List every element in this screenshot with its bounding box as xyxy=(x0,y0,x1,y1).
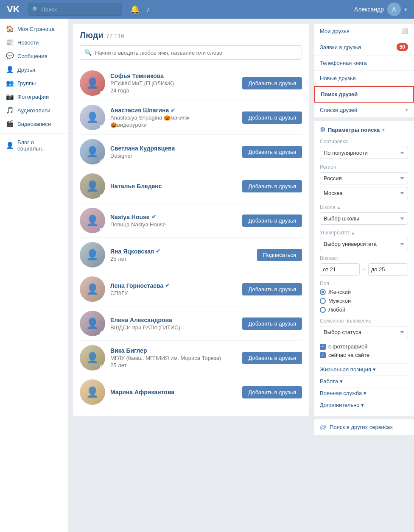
right-menu-new-friends[interactable]: Новые друзья xyxy=(314,71,414,86)
right-menu-friend-lists[interactable]: Списки друзей ▾ xyxy=(314,103,414,117)
person-name[interactable]: Наталья Бледанс xyxy=(110,183,237,189)
person-name[interactable]: Елена Александрова xyxy=(110,317,237,323)
person-avatar[interactable]: 👤 xyxy=(80,311,105,336)
gender-female-label: Женский xyxy=(328,289,351,295)
people-panel: Люди 77 116 🔍 👤Софья ТемниковаРГУФКСМиТ … xyxy=(73,24,309,416)
person-avatar[interactable]: 👤 xyxy=(80,139,105,164)
right-menu-friend-requests[interactable]: Заявки в друзья 50 xyxy=(314,39,414,56)
add-friend-button[interactable]: Добавить в друзья xyxy=(242,386,302,398)
age-section: Возраст от 21 – до 25 xyxy=(320,255,408,276)
search-bar[interactable]: 🔍 xyxy=(28,3,122,16)
mobile-indicator xyxy=(100,125,104,129)
search-input[interactable] xyxy=(42,6,118,13)
person-name[interactable]: Nastya House✔ xyxy=(110,214,237,220)
person-avatar[interactable]: 👤 xyxy=(80,379,105,405)
gender-any[interactable]: Любой xyxy=(320,306,408,313)
add-friend-button[interactable]: Добавить в друзья xyxy=(242,77,302,89)
online-indicator xyxy=(100,331,104,335)
person-name[interactable]: Марина Африкантова xyxy=(110,389,237,396)
video-icon: 🎬 xyxy=(6,120,14,128)
notification-icon[interactable]: 🔔 xyxy=(130,5,140,14)
people-search-bar[interactable]: 🔍 xyxy=(80,45,302,60)
right-menu-find-friends[interactable]: Поиск друзей xyxy=(314,86,414,103)
subscribe-button[interactable]: Подписаться xyxy=(257,249,302,261)
age-from-select[interactable]: от 21 xyxy=(320,263,360,276)
user-dropdown-icon[interactable]: ▾ xyxy=(404,6,407,13)
sidebar-item-friends[interactable]: 👤 Друзья xyxy=(0,63,68,76)
gender-male[interactable]: Мужской xyxy=(320,298,408,304)
sidebar-item-messages[interactable]: 💬 Сообщения xyxy=(0,49,68,63)
params-header[interactable]: ⚙ Параметры поиска ▾ xyxy=(320,126,408,134)
person-info: Nastya House✔Певица Nastya House xyxy=(110,214,237,228)
people-header: Люди 77 116 xyxy=(80,31,302,40)
gender-male-radio xyxy=(320,298,326,304)
person-avatar[interactable]: 👤 xyxy=(80,173,105,199)
person-name[interactable]: Анастасия Шпагина✔ xyxy=(110,107,237,114)
person-info: Лена Горностаева✔СПбГУ xyxy=(110,282,237,296)
sidebar-item-news[interactable]: 📰 Новости xyxy=(0,36,68,49)
gender-any-label: Любой xyxy=(328,306,345,313)
person-row: 👤Яна Яцковская✔25 летПодписаться xyxy=(80,237,302,272)
person-avatar[interactable]: 👤 xyxy=(80,276,105,302)
school-section: Школа ▲ Выбор школы xyxy=(320,204,408,225)
add-friend-button[interactable]: Добавить в друзья xyxy=(242,180,302,192)
gender-female[interactable]: Женский xyxy=(320,289,408,295)
sidebar-item-groups[interactable]: 👥 Группы xyxy=(0,76,68,90)
sidebar-item-video[interactable]: 🎬 Видеозаписи xyxy=(0,117,68,131)
person-info: Яна Яцковская✔25 лет xyxy=(110,248,252,262)
add-friend-button[interactable]: Добавить в друзья xyxy=(242,283,302,295)
people-search-input[interactable] xyxy=(95,50,297,56)
header-icons: 🔔 ♪ xyxy=(130,5,150,14)
music-icon[interactable]: ♪ xyxy=(146,5,150,14)
person-name[interactable]: Светлана Кудрявцева xyxy=(110,145,237,152)
with-photo-checkbox[interactable]: с фотографией xyxy=(320,343,408,350)
header-user[interactable]: Александр А ▾ xyxy=(354,3,407,16)
friend-requests-label: Заявки в друзья xyxy=(320,44,393,50)
school-select[interactable]: Выбор школы xyxy=(320,212,408,225)
sidebar-item-blog[interactable]: 👤 Блог о социальн.. xyxy=(0,136,68,155)
person-name[interactable]: Софья Темникова xyxy=(110,72,237,79)
right-menu-phonebook[interactable]: Телефонная книга xyxy=(314,56,414,71)
sidebar-item-my-page[interactable]: 🏠 Моя Страница xyxy=(0,22,68,36)
life-position-collapsible[interactable]: Жизненная позиция ▾ xyxy=(320,363,408,375)
verified-icon: ✔ xyxy=(165,282,170,289)
sort-select[interactable]: По популярности xyxy=(320,147,408,159)
person-avatar[interactable]: 👤 xyxy=(80,242,105,267)
friend-requests-badge: 50 xyxy=(397,43,408,51)
person-avatar[interactable]: 👤 xyxy=(80,208,105,233)
sidebar-divider xyxy=(0,133,68,134)
gender-label: Пол xyxy=(320,281,408,287)
region-select-city[interactable]: Москва xyxy=(320,187,408,199)
add-friend-button[interactable]: Добавить в друзья xyxy=(242,352,302,364)
sidebar-item-photos[interactable]: 📷 Фотографии xyxy=(0,90,68,103)
other-services[interactable]: @ Поиск в других сервисах xyxy=(314,419,414,435)
sidebar-label-photos: Фотографии xyxy=(17,94,49,100)
university-select[interactable]: Выбор университета xyxy=(320,238,408,250)
person-avatar[interactable]: 👤 xyxy=(80,105,105,130)
add-friend-button[interactable]: Добавить в друзья xyxy=(242,146,302,158)
search-icon: 🔍 xyxy=(32,6,39,13)
sidebar-item-audio[interactable]: 🎵 Аудиозаписи xyxy=(0,103,68,117)
person-name[interactable]: Яна Яцковская✔ xyxy=(110,248,252,255)
family-select[interactable]: Выбор статуса xyxy=(320,326,408,338)
messages-icon: 💬 xyxy=(6,52,14,60)
work-collapsible[interactable]: Работа ▾ xyxy=(320,375,408,387)
add-friend-button[interactable]: Добавить в друзья xyxy=(242,111,302,124)
person-sub1: Anastasiya Shpagina 🎃макияж xyxy=(110,114,237,121)
additional-collapsible[interactable]: Дополнительно ▾ xyxy=(320,399,408,411)
age-to-select[interactable]: до 25 xyxy=(368,263,408,276)
online-now-checkbox[interactable]: сейчас на сайте xyxy=(320,352,408,358)
gender-male-label: Мужской xyxy=(328,298,351,304)
region-select-country[interactable]: Россия xyxy=(320,172,408,184)
vk-logo[interactable]: VK xyxy=(7,4,20,15)
person-name[interactable]: Вика Биглер xyxy=(110,347,237,354)
military-collapsible[interactable]: Военная служба ▾ xyxy=(320,387,408,399)
person-name[interactable]: Лена Горностаева✔ xyxy=(110,282,237,289)
right-menu: Мои друзья ⬜ Заявки в друзья 50 Телефонн… xyxy=(314,24,414,117)
phonebook-label: Телефонная книга xyxy=(320,60,408,66)
right-menu-my-friends[interactable]: Мои друзья ⬜ xyxy=(314,24,414,39)
person-avatar[interactable]: 👤 xyxy=(80,70,105,96)
add-friend-button[interactable]: Добавить в друзья xyxy=(242,214,302,227)
person-avatar[interactable]: 👤 xyxy=(80,345,105,370)
add-friend-button[interactable]: Добавить в друзья xyxy=(242,318,302,330)
